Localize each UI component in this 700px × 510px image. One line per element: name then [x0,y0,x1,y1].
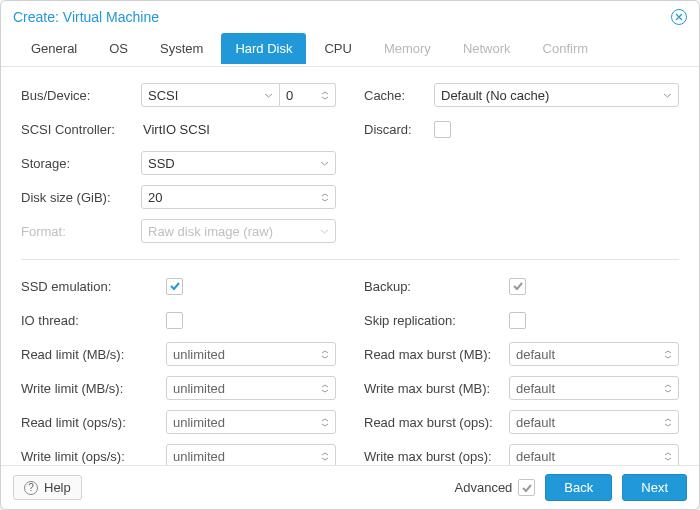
write-burst-mb-label: Write max burst (MB): [364,381,509,396]
read-burst-mb-label: Read max burst (MB): [364,347,509,362]
skip-replication-checkbox[interactable] [509,312,526,329]
spinner-arrows-icon [321,384,329,393]
advanced-checkbox[interactable] [518,479,535,496]
scsi-controller-value: VirtIO SCSI [141,122,336,137]
storage-label: Storage: [21,156,141,171]
spinner-arrows-icon [321,350,329,359]
read-limit-ops-label: Read limit (ops/s): [21,415,166,430]
storage-select[interactable]: SSD [141,151,336,175]
spinner-arrows-icon [664,384,672,393]
tab-network: Network [449,33,525,66]
write-limit-ops-value: unlimited [173,449,225,464]
tab-system[interactable]: System [146,33,217,66]
chevron-down-icon [320,229,329,234]
titlebar: Create: Virtual Machine [1,1,699,29]
help-label: Help [44,480,71,495]
discard-checkbox[interactable] [434,121,451,138]
disk-size-label: Disk size (GiB): [21,190,141,205]
write-limit-mb-value: unlimited [173,381,225,396]
spinner-arrows-icon [321,91,329,100]
disk-size-value: 20 [148,190,162,205]
read-burst-mb-input[interactable]: default [509,342,679,366]
write-burst-mb-input[interactable]: default [509,376,679,400]
chevron-down-icon [663,93,672,98]
window-title: Create: Virtual Machine [13,9,159,25]
write-burst-ops-value: default [516,449,555,464]
chevron-down-icon [264,93,273,98]
advanced-toggle[interactable]: Advanced [455,479,536,496]
create-vm-window: Create: Virtual Machine General OS Syste… [0,0,700,510]
spinner-arrows-icon [321,193,329,202]
next-button[interactable]: Next [622,474,687,501]
ssd-emulation-checkbox[interactable] [166,278,183,295]
read-limit-ops-value: unlimited [173,415,225,430]
bus-device-label: Bus/Device: [21,88,141,103]
write-limit-ops-label: Write limit (ops/s): [21,449,166,464]
spinner-arrows-icon [321,418,329,427]
read-limit-ops-input[interactable]: unlimited [166,410,336,434]
bus-device-number-spinner[interactable]: 0 [280,83,336,107]
write-burst-ops-label: Write max burst (ops): [364,449,509,464]
advanced-label: Advanced [455,480,513,495]
read-limit-mb-value: unlimited [173,347,225,362]
help-button[interactable]: ? Help [13,475,82,500]
backup-checkbox[interactable] [509,278,526,295]
cache-label: Cache: [364,88,434,103]
back-button[interactable]: Back [545,474,612,501]
read-limit-mb-input[interactable]: unlimited [166,342,336,366]
read-burst-ops-label: Read max burst (ops): [364,415,509,430]
spinner-arrows-icon [321,452,329,461]
read-limit-mb-label: Read limit (MB/s): [21,347,166,362]
io-thread-label: IO thread: [21,313,166,328]
write-limit-mb-label: Write limit (MB/s): [21,381,166,396]
spinner-arrows-icon [664,418,672,427]
tab-cpu[interactable]: CPU [310,33,365,66]
tab-general[interactable]: General [17,33,91,66]
bus-device-type-value: SCSI [148,88,178,103]
tab-os[interactable]: OS [95,33,142,66]
chevron-down-icon [320,161,329,166]
read-burst-ops-input[interactable]: default [509,410,679,434]
format-value: Raw disk image (raw) [148,224,273,239]
divider [21,259,679,260]
read-burst-ops-value: default [516,415,555,430]
spinner-arrows-icon [664,452,672,461]
tab-confirm: Confirm [529,33,603,66]
format-label: Format: [21,224,141,239]
footer: ? Help Advanced Back Next [1,465,699,509]
close-icon[interactable] [671,9,687,25]
storage-value: SSD [148,156,175,171]
form-body: Bus/Device: SCSI 0 [1,67,699,465]
write-limit-ops-input[interactable]: unlimited [166,444,336,465]
bus-device-type-select[interactable]: SCSI [141,83,280,107]
tab-bar: General OS System Hard Disk CPU Memory N… [1,29,699,67]
cache-value: Default (No cache) [441,88,549,103]
spinner-arrows-icon [664,350,672,359]
format-select: Raw disk image (raw) [141,219,336,243]
write-burst-ops-input[interactable]: default [509,444,679,465]
skip-replication-label: Skip replication: [364,313,509,328]
discard-label: Discard: [364,122,434,137]
cache-select[interactable]: Default (No cache) [434,83,679,107]
write-burst-mb-value: default [516,381,555,396]
write-limit-mb-input[interactable]: unlimited [166,376,336,400]
disk-size-spinner[interactable]: 20 [141,185,336,209]
tab-memory: Memory [370,33,445,66]
read-burst-mb-value: default [516,347,555,362]
backup-label: Backup: [364,279,509,294]
tab-hard-disk[interactable]: Hard Disk [221,33,306,64]
io-thread-checkbox[interactable] [166,312,183,329]
ssd-emulation-label: SSD emulation: [21,279,166,294]
help-icon: ? [24,481,38,495]
bus-device-number-value: 0 [286,88,293,103]
scsi-controller-label: SCSI Controller: [21,122,141,137]
